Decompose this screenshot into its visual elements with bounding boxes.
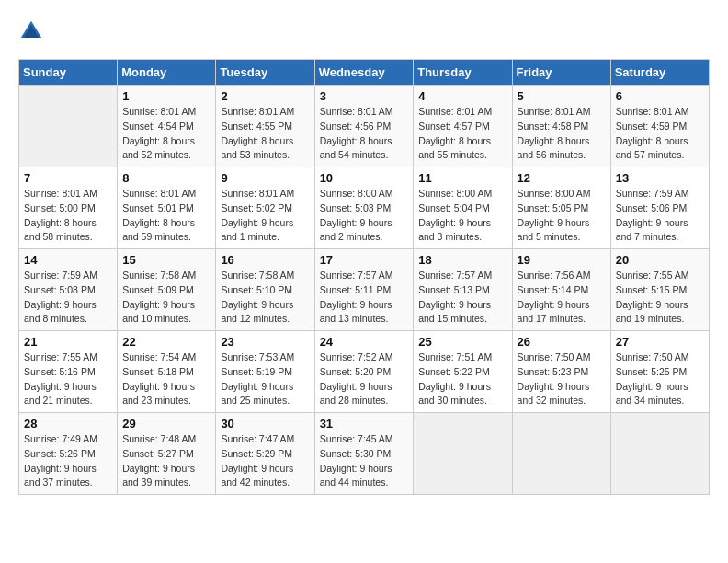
day-cell: 1Sunrise: 8:01 AMSunset: 4:54 PMDaylight… <box>118 86 216 167</box>
day-cell: 31Sunrise: 7:45 AMSunset: 5:30 PMDayligh… <box>314 413 414 495</box>
day-info: Sunrise: 8:01 AMSunset: 4:55 PMDaylight:… <box>221 105 309 163</box>
day-number: 14 <box>24 253 112 267</box>
day-cell: 9Sunrise: 8:01 AMSunset: 5:02 PMDaylight… <box>216 167 314 249</box>
day-cell: 16Sunrise: 7:58 AMSunset: 5:10 PMDayligh… <box>216 249 314 331</box>
day-info: Sunrise: 8:01 AMSunset: 4:57 PMDaylight:… <box>418 105 506 163</box>
day-cell: 7Sunrise: 8:01 AMSunset: 5:00 PMDaylight… <box>19 167 118 249</box>
day-cell: 12Sunrise: 8:00 AMSunset: 5:05 PMDayligh… <box>512 167 610 249</box>
day-cell: 17Sunrise: 7:57 AMSunset: 5:11 PMDayligh… <box>314 249 414 331</box>
weekday-header-monday: Monday <box>118 60 216 86</box>
day-cell: 15Sunrise: 7:58 AMSunset: 5:09 PMDayligh… <box>118 249 216 331</box>
day-cell: 14Sunrise: 7:59 AMSunset: 5:08 PMDayligh… <box>19 249 118 331</box>
day-number: 21 <box>24 335 112 349</box>
day-number: 6 <box>616 89 704 103</box>
day-number: 9 <box>221 171 309 185</box>
day-info: Sunrise: 8:00 AMSunset: 5:05 PMDaylight:… <box>518 187 606 245</box>
day-cell: 4Sunrise: 8:01 AMSunset: 4:57 PMDaylight… <box>414 86 512 167</box>
day-number: 27 <box>616 335 704 349</box>
day-number: 10 <box>320 171 409 185</box>
day-info: Sunrise: 7:57 AMSunset: 5:11 PMDaylight:… <box>320 269 409 327</box>
day-number: 2 <box>221 89 309 103</box>
day-info: Sunrise: 8:01 AMSunset: 4:58 PMDaylight:… <box>518 105 606 163</box>
day-info: Sunrise: 7:59 AMSunset: 5:06 PMDaylight:… <box>616 187 704 245</box>
page-header <box>18 18 710 44</box>
weekday-header-saturday: Saturday <box>610 60 709 86</box>
day-number: 3 <box>320 89 409 103</box>
day-info: Sunrise: 8:01 AMSunset: 4:54 PMDaylight:… <box>122 105 210 163</box>
day-cell: 21Sunrise: 7:55 AMSunset: 5:16 PMDayligh… <box>19 331 118 413</box>
day-cell: 24Sunrise: 7:52 AMSunset: 5:20 PMDayligh… <box>314 331 414 413</box>
calendar-table: SundayMondayTuesdayWednesdayThursdayFrid… <box>18 59 710 495</box>
day-info: Sunrise: 7:59 AMSunset: 5:08 PMDaylight:… <box>24 269 112 327</box>
day-info: Sunrise: 7:49 AMSunset: 5:26 PMDaylight:… <box>24 432 112 490</box>
day-cell: 29Sunrise: 7:48 AMSunset: 5:27 PMDayligh… <box>118 413 216 495</box>
day-info: Sunrise: 7:47 AMSunset: 5:29 PMDaylight:… <box>221 432 309 490</box>
day-cell: 23Sunrise: 7:53 AMSunset: 5:19 PMDayligh… <box>216 331 314 413</box>
day-info: Sunrise: 8:01 AMSunset: 5:02 PMDaylight:… <box>221 187 309 245</box>
day-cell: 8Sunrise: 8:01 AMSunset: 5:01 PMDaylight… <box>118 167 216 249</box>
day-cell: 27Sunrise: 7:50 AMSunset: 5:25 PMDayligh… <box>610 331 709 413</box>
weekday-header-tuesday: Tuesday <box>216 60 314 86</box>
day-number: 18 <box>418 253 506 267</box>
day-info: Sunrise: 7:53 AMSunset: 5:19 PMDaylight:… <box>221 350 309 408</box>
logo-icon <box>18 18 44 44</box>
day-cell: 19Sunrise: 7:56 AMSunset: 5:14 PMDayligh… <box>512 249 610 331</box>
week-row-3: 14Sunrise: 7:59 AMSunset: 5:08 PMDayligh… <box>19 249 710 331</box>
day-info: Sunrise: 7:56 AMSunset: 5:14 PMDaylight:… <box>518 269 606 327</box>
day-number: 24 <box>320 335 409 349</box>
day-cell: 3Sunrise: 8:01 AMSunset: 4:56 PMDaylight… <box>314 86 414 167</box>
logo <box>18 18 48 44</box>
week-row-4: 21Sunrise: 7:55 AMSunset: 5:16 PMDayligh… <box>19 331 710 413</box>
day-number: 20 <box>616 253 704 267</box>
day-number: 8 <box>122 171 210 185</box>
weekday-header-friday: Friday <box>512 60 610 86</box>
day-info: Sunrise: 8:01 AMSunset: 4:59 PMDaylight:… <box>616 105 704 163</box>
day-cell: 28Sunrise: 7:49 AMSunset: 5:26 PMDayligh… <box>19 413 118 495</box>
day-cell: 20Sunrise: 7:55 AMSunset: 5:15 PMDayligh… <box>610 249 709 331</box>
day-cell: 5Sunrise: 8:01 AMSunset: 4:58 PMDaylight… <box>512 86 610 167</box>
day-cell <box>512 413 610 495</box>
day-number: 22 <box>122 335 210 349</box>
day-number: 29 <box>122 417 210 431</box>
day-number: 23 <box>221 335 309 349</box>
week-row-5: 28Sunrise: 7:49 AMSunset: 5:26 PMDayligh… <box>19 413 710 495</box>
day-number: 16 <box>221 253 309 267</box>
day-info: Sunrise: 8:00 AMSunset: 5:03 PMDaylight:… <box>320 187 409 245</box>
day-cell: 2Sunrise: 8:01 AMSunset: 4:55 PMDaylight… <box>216 86 314 167</box>
day-info: Sunrise: 7:54 AMSunset: 5:18 PMDaylight:… <box>122 350 210 408</box>
day-cell: 13Sunrise: 7:59 AMSunset: 5:06 PMDayligh… <box>610 167 709 249</box>
day-cell <box>610 413 709 495</box>
weekday-header-thursday: Thursday <box>414 60 512 86</box>
day-cell: 25Sunrise: 7:51 AMSunset: 5:22 PMDayligh… <box>414 331 512 413</box>
day-cell: 18Sunrise: 7:57 AMSunset: 5:13 PMDayligh… <box>414 249 512 331</box>
day-number: 7 <box>24 171 112 185</box>
day-number: 28 <box>24 417 112 431</box>
day-info: Sunrise: 7:55 AMSunset: 5:16 PMDaylight:… <box>24 350 112 408</box>
day-cell: 11Sunrise: 8:00 AMSunset: 5:04 PMDayligh… <box>414 167 512 249</box>
day-number: 5 <box>518 89 606 103</box>
weekday-header-wednesday: Wednesday <box>314 60 414 86</box>
day-info: Sunrise: 7:50 AMSunset: 5:23 PMDaylight:… <box>518 350 606 408</box>
day-cell: 26Sunrise: 7:50 AMSunset: 5:23 PMDayligh… <box>512 331 610 413</box>
day-info: Sunrise: 7:55 AMSunset: 5:15 PMDaylight:… <box>616 269 704 327</box>
day-info: Sunrise: 7:50 AMSunset: 5:25 PMDaylight:… <box>616 350 704 408</box>
day-cell: 6Sunrise: 8:01 AMSunset: 4:59 PMDaylight… <box>610 86 709 167</box>
day-cell: 30Sunrise: 7:47 AMSunset: 5:29 PMDayligh… <box>216 413 314 495</box>
day-cell <box>19 86 118 167</box>
day-info: Sunrise: 7:52 AMSunset: 5:20 PMDaylight:… <box>320 350 409 408</box>
day-info: Sunrise: 7:45 AMSunset: 5:30 PMDaylight:… <box>320 432 409 490</box>
day-number: 26 <box>518 335 606 349</box>
day-number: 30 <box>221 417 309 431</box>
day-cell: 10Sunrise: 8:00 AMSunset: 5:03 PMDayligh… <box>314 167 414 249</box>
week-row-1: 1Sunrise: 8:01 AMSunset: 4:54 PMDaylight… <box>19 86 710 167</box>
day-cell: 22Sunrise: 7:54 AMSunset: 5:18 PMDayligh… <box>118 331 216 413</box>
day-number: 4 <box>418 89 506 103</box>
day-number: 1 <box>122 89 210 103</box>
day-cell <box>414 413 512 495</box>
day-number: 17 <box>320 253 409 267</box>
day-info: Sunrise: 8:01 AMSunset: 5:01 PMDaylight:… <box>122 187 210 245</box>
weekday-header-sunday: Sunday <box>19 60 118 86</box>
day-number: 31 <box>320 417 409 431</box>
day-info: Sunrise: 8:00 AMSunset: 5:04 PMDaylight:… <box>418 187 506 245</box>
day-number: 25 <box>418 335 506 349</box>
